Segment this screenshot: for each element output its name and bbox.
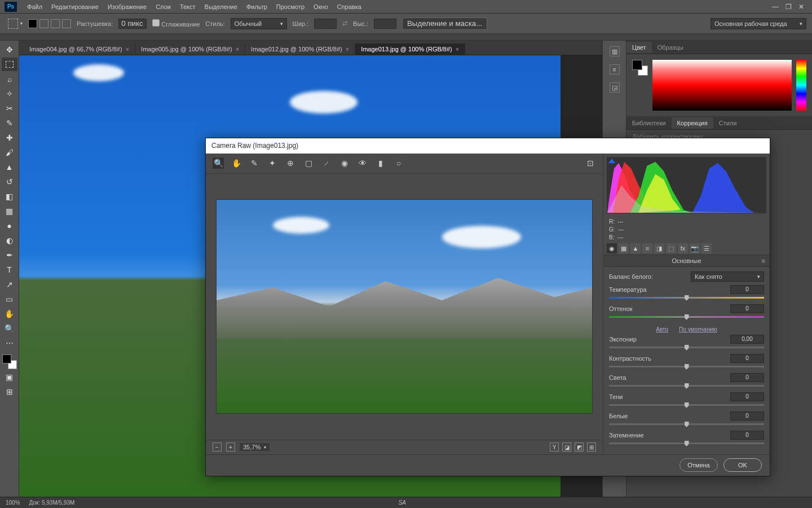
gradient-tool-icon[interactable]: ▦	[2, 204, 17, 218]
history-brush-icon[interactable]: ↺	[2, 175, 17, 189]
menu-text[interactable]: Текст	[175, 3, 200, 10]
slider-value-input[interactable]	[730, 373, 764, 382]
wb-dropdown[interactable]: Как снято	[691, 271, 764, 282]
cr-histogram[interactable]	[607, 157, 766, 213]
menu-image[interactable]: Изображение	[103, 3, 151, 10]
slider-track[interactable]	[609, 402, 764, 408]
auto-link[interactable]: Авто	[656, 326, 668, 332]
panel-icon-2[interactable]: ≡	[610, 64, 620, 75]
cr-spot-removal-icon[interactable]: ◉	[339, 157, 350, 169]
cr-tab-hsl-icon[interactable]: ≡	[642, 243, 652, 253]
color-picker-panel[interactable]	[626, 54, 812, 116]
window-minimize-icon[interactable]: —	[772, 3, 779, 11]
move-tool-icon[interactable]: ✥	[2, 43, 17, 56]
brush-tool-icon[interactable]: 🖌	[2, 146, 17, 159]
slider-track[interactable]	[609, 422, 764, 427]
shape-tool-icon[interactable]: ▭	[2, 292, 17, 306]
cr-zoom-in-icon[interactable]: +	[226, 443, 235, 452]
slider-value-input[interactable]	[730, 431, 764, 440]
path-tool-icon[interactable]: ↗	[2, 278, 17, 291]
tab-color[interactable]: Цвет	[626, 42, 652, 53]
cr-straighten-icon[interactable]: ⟋	[321, 157, 332, 169]
slider-thumb[interactable]	[685, 422, 689, 427]
hand-tool-icon[interactable]: ✋	[2, 307, 17, 321]
window-close-icon[interactable]: ✕	[798, 3, 804, 11]
slider-track[interactable]	[609, 314, 764, 320]
cr-tab-detail-icon[interactable]: ▲	[630, 243, 641, 253]
heal-tool-icon[interactable]: ✚	[2, 131, 17, 144]
dodge-tool-icon[interactable]: ◐	[2, 234, 17, 247]
document-tab[interactable]: Image004.jpg @ 66,7% (RGB/8#)×	[24, 43, 135, 55]
slider-value-input[interactable]	[730, 304, 764, 313]
selection-new-icon[interactable]	[28, 19, 37, 28]
eraser-tool-icon[interactable]: ◧	[2, 190, 17, 203]
slider-thumb[interactable]	[685, 402, 689, 408]
slider-thumb[interactable]	[685, 345, 689, 351]
wand-tool-icon[interactable]: ✧	[2, 87, 17, 100]
cr-color-sampler-icon[interactable]: ✦	[267, 157, 278, 169]
more-tools-icon[interactable]: ⋯	[2, 336, 17, 350]
slider-track[interactable]	[609, 441, 764, 446]
tab-swatches[interactable]: Образцы	[652, 42, 689, 53]
cr-tab-curve-icon[interactable]: ▦	[619, 243, 629, 253]
cr-preview-image[interactable]	[216, 199, 593, 414]
cr-presets-icon[interactable]: ⊡	[585, 157, 596, 169]
color-swatches[interactable]	[2, 354, 17, 369]
cr-zoom-out-icon[interactable]: −	[213, 443, 222, 452]
quickmask-icon[interactable]: ▣	[2, 370, 17, 384]
document-tab[interactable]: Image005.jpg @ 100% (RGB/8#)×	[135, 43, 245, 55]
blur-tool-icon[interactable]: ●	[2, 219, 17, 233]
cr-tab-lens-icon[interactable]: ⬚	[666, 243, 676, 253]
cr-hand-tool-icon[interactable]: ✋	[231, 157, 242, 169]
tab-styles[interactable]: Стили	[713, 117, 743, 129]
cr-tab-basic-icon[interactable]: ◉	[607, 243, 617, 253]
slider-value-input[interactable]	[730, 354, 764, 363]
cr-preview-toggle-icon[interactable]: Y	[550, 443, 559, 452]
status-doc-info[interactable]: Док: 5,93M/5,93M	[29, 500, 75, 506]
marquee-tool-icon[interactable]	[8, 19, 18, 29]
cr-grid-icon[interactable]: ⊞	[587, 443, 596, 452]
slider-track[interactable]	[609, 345, 764, 351]
document-tab[interactable]: Image012.jpg @ 100% (RGB/8#)×	[245, 43, 355, 55]
tab-close-icon[interactable]: ×	[236, 46, 239, 52]
tab-adjustments[interactable]: Коррекция	[672, 117, 713, 129]
tab-close-icon[interactable]: ×	[126, 46, 129, 52]
crop-tool-icon[interactable]: ✂	[2, 102, 17, 115]
cr-tab-camera-icon[interactable]: 📷	[690, 243, 700, 253]
menu-layers[interactable]: Слои	[151, 3, 175, 10]
window-maximize-icon[interactable]: ❐	[785, 3, 792, 11]
stamp-tool-icon[interactable]: ▲	[2, 160, 17, 174]
default-link[interactable]: По умолчанию	[679, 326, 717, 332]
height-input[interactable]	[374, 19, 396, 29]
slider-thumb[interactable]	[685, 295, 689, 301]
antialias-checkbox[interactable]: Сглаживание	[152, 19, 200, 28]
feather-input[interactable]	[118, 19, 147, 29]
ok-button[interactable]: OK	[723, 458, 762, 472]
cr-wb-tool-icon[interactable]: ✎	[249, 157, 260, 169]
menu-window[interactable]: Окно	[309, 3, 333, 10]
refine-edge-button[interactable]: Выделение и маска...	[402, 17, 487, 30]
menu-filter[interactable]: Фильтр	[242, 3, 272, 10]
tab-close-icon[interactable]: ×	[456, 46, 459, 52]
cr-highlight-clip-icon[interactable]: ◩	[575, 443, 584, 452]
slider-track[interactable]	[609, 364, 764, 370]
cr-target-adjust-icon[interactable]: ⊕	[285, 157, 296, 169]
cr-redeye-icon[interactable]: 👁	[357, 157, 368, 169]
status-zoom[interactable]: 100%	[6, 500, 20, 506]
menu-select[interactable]: Выделение	[200, 3, 242, 10]
cr-adjust-brush-icon[interactable]: ▮	[375, 157, 386, 169]
tab-close-icon[interactable]: ×	[346, 46, 349, 52]
cr-zoom-tool-icon[interactable]: 🔍	[213, 157, 224, 169]
cr-tab-fx-icon[interactable]: fx	[678, 243, 688, 253]
cr-zoom-dropdown[interactable]: 35,7%	[240, 443, 270, 451]
panel-icon-3[interactable]: ◲	[610, 82, 620, 93]
cr-crop-tool-icon[interactable]: ▢	[303, 157, 314, 169]
type-tool-icon[interactable]: T	[2, 263, 17, 277]
menu-help[interactable]: Справка	[333, 3, 366, 10]
cancel-button[interactable]: Отмена	[679, 458, 718, 472]
highlight-clip-warn-icon[interactable]	[758, 159, 765, 163]
menu-view[interactable]: Просмотр	[272, 3, 309, 10]
cr-tab-presets-icon[interactable]: ☰	[701, 243, 712, 253]
marquee-tool-icon[interactable]	[2, 58, 17, 71]
slider-track[interactable]	[609, 383, 764, 389]
